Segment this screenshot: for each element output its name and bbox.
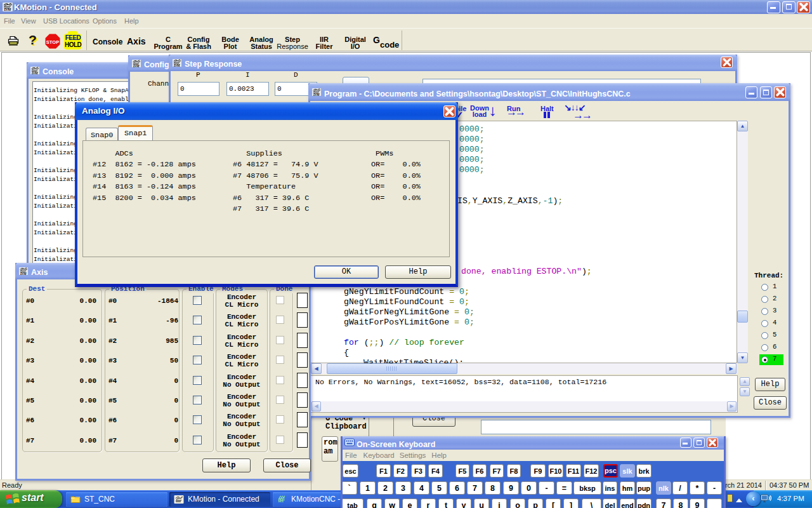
svg-text:STOP: STOP	[46, 39, 59, 45]
svg-text:DM: DM	[31, 71, 38, 75]
svg-text:DM: DM	[173, 64, 180, 67]
svg-text:DM: DM	[133, 64, 140, 68]
svg-text:DM: DM	[313, 93, 320, 97]
svg-text:DM: DM	[3, 7, 11, 11]
svg-text:DM: DM	[20, 272, 27, 276]
